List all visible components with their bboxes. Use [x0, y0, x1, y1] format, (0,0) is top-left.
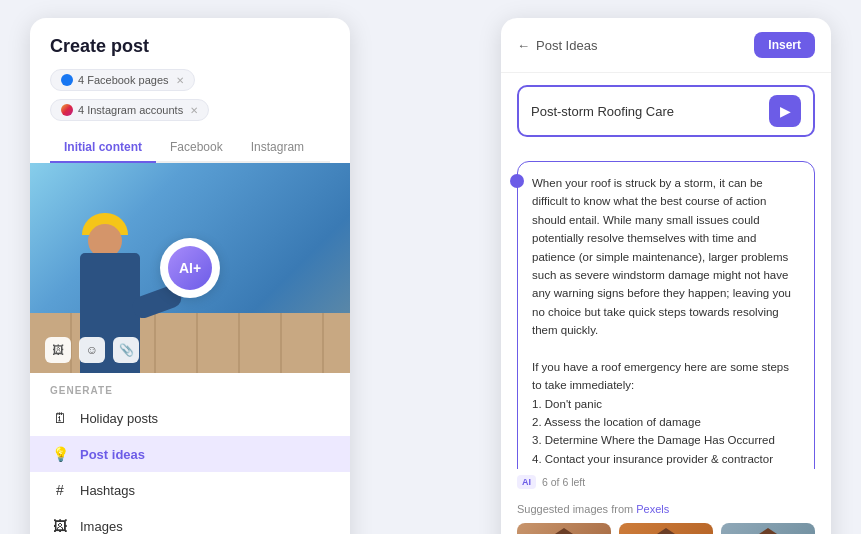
- ideas-back-button[interactable]: ← Post Ideas: [517, 38, 597, 53]
- facebook-tag-label: 4 Facebook pages: [78, 74, 169, 86]
- menu-item-post-ideas[interactable]: 💡 Post ideas: [30, 436, 350, 472]
- ai-badge-label: AI+: [179, 260, 201, 276]
- suggested-label-text: Suggested images from: [517, 503, 633, 515]
- tab-instagram[interactable]: Instagram: [237, 133, 318, 163]
- ideas-content-area: When your roof is struck by a storm, it …: [501, 149, 831, 469]
- content-tabs: Initial content Facebook Instagram: [50, 133, 330, 163]
- idea-card: When your roof is struck by a storm, it …: [517, 161, 815, 469]
- ai-badge: AI+: [160, 238, 220, 298]
- tab-facebook[interactable]: Facebook: [156, 133, 237, 163]
- idea-card-body: When your roof is struck by a storm, it …: [532, 174, 800, 469]
- roof-top-3: [738, 528, 798, 534]
- image-tool-1[interactable]: 🖼: [45, 337, 71, 363]
- send-button[interactable]: ▶: [769, 95, 801, 127]
- roof-shape-1: [517, 523, 611, 534]
- image-tool-3[interactable]: 📎: [113, 337, 139, 363]
- suggested-image-1[interactable]: [517, 523, 611, 534]
- roof-shape-3: [721, 523, 815, 534]
- post-ideas-label: Post ideas: [80, 447, 145, 462]
- roof-top-1: [534, 528, 594, 534]
- images-label: Images: [80, 519, 123, 534]
- facebook-icon: [61, 74, 73, 86]
- hashtags-label: Hashtags: [80, 483, 135, 498]
- ai-credits-bar: AI 6 of 6 left: [501, 469, 831, 495]
- generate-menu: GENERATE 🗓 Holiday posts 💡 Post ideas # …: [30, 373, 350, 534]
- insert-button[interactable]: Insert: [754, 32, 815, 58]
- menu-item-images[interactable]: 🖼 Images: [30, 508, 350, 534]
- ai-badge-inner: AI+: [168, 246, 212, 290]
- holiday-posts-icon: 🗓: [50, 408, 70, 428]
- facebook-tag-close[interactable]: ✕: [176, 75, 184, 86]
- instagram-platform-tag[interactable]: 4 Instagram accounts ✕: [50, 99, 209, 121]
- instagram-tag-label: 4 Instagram accounts: [78, 104, 183, 116]
- post-ideas-panel: ← Post Ideas Insert ▶ When your roof is …: [501, 18, 831, 534]
- pexels-link[interactable]: Pexels: [636, 503, 669, 515]
- generate-section-label: GENERATE: [30, 385, 350, 396]
- roof-shape-2: [619, 523, 713, 534]
- ai-credits-badge: AI: [517, 475, 536, 489]
- images-icon: 🖼: [50, 516, 70, 534]
- roof-top-2: [636, 528, 696, 534]
- platform-tags: 4 Facebook pages ✕ 4 Instagram accounts …: [50, 69, 330, 121]
- suggested-image-3[interactable]: [721, 523, 815, 534]
- ideas-search-bar[interactable]: ▶: [517, 85, 815, 137]
- ideas-back-label: Post Ideas: [536, 38, 597, 53]
- ideas-header: ← Post Ideas Insert: [501, 18, 831, 73]
- holiday-posts-label: Holiday posts: [80, 411, 158, 426]
- suggested-images-label: Suggested images from Pexels: [517, 503, 815, 515]
- tab-initial-content[interactable]: Initial content: [50, 133, 156, 163]
- hashtags-icon: #: [50, 480, 70, 500]
- image-tool-2[interactable]: ☺: [79, 337, 105, 363]
- create-post-title: Create post: [50, 36, 330, 57]
- ideas-search-input[interactable]: [531, 104, 761, 119]
- back-arrow-icon: ←: [517, 38, 530, 53]
- menu-item-hashtags[interactable]: # Hashtags: [30, 472, 350, 508]
- suggested-images-row: [517, 523, 815, 534]
- suggested-images-section: Suggested images from Pexels: [501, 495, 831, 534]
- create-post-panel: Create post 4 Facebook pages ✕ 4 Instagr…: [30, 18, 350, 534]
- post-image-area: AI+ 🖼 ☺ 📎: [30, 163, 350, 373]
- ai-credits-text: 6 of 6 left: [542, 476, 585, 488]
- create-post-header: Create post 4 Facebook pages ✕ 4 Instagr…: [30, 18, 350, 163]
- facebook-platform-tag[interactable]: 4 Facebook pages ✕: [50, 69, 195, 91]
- post-ideas-icon: 💡: [50, 444, 70, 464]
- send-icon: ▶: [780, 103, 791, 119]
- instagram-icon: [61, 104, 73, 116]
- menu-item-holiday-posts[interactable]: 🗓 Holiday posts: [30, 400, 350, 436]
- suggested-image-2[interactable]: [619, 523, 713, 534]
- image-toolbar: 🖼 ☺ 📎: [45, 337, 139, 363]
- instagram-tag-close[interactable]: ✕: [190, 105, 198, 116]
